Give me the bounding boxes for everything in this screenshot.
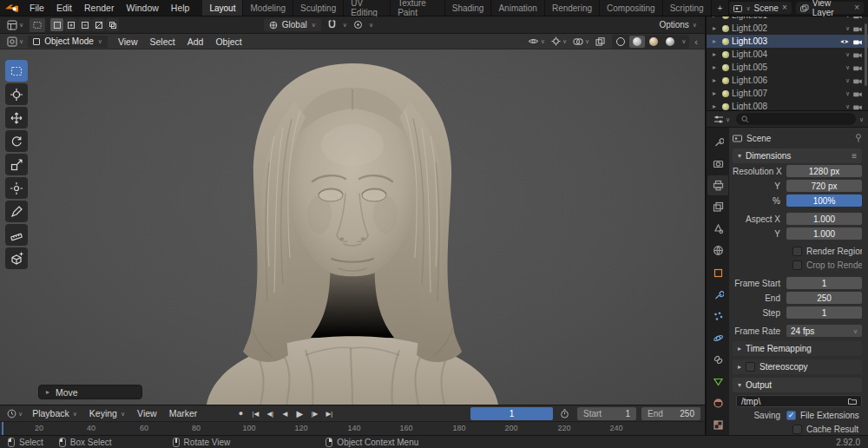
shading-wireframe-button[interactable] [613, 36, 628, 48]
tool-transform[interactable] [5, 177, 28, 199]
select-mode-subtract-button[interactable] [78, 18, 91, 31]
outliner-row[interactable]: ▸ Light.006 ∨ [707, 74, 868, 87]
expand-icon[interactable]: ▸ [713, 76, 720, 84]
hide-icon[interactable]: ∨ [845, 103, 850, 109]
viewport-canvas[interactable]: ▸ Move [0, 49, 705, 405]
hide-icon[interactable]: ∨ [845, 64, 850, 70]
frame-step-field[interactable]: 1 [786, 306, 862, 319]
shading-rendered-button[interactable] [662, 36, 678, 48]
show-gizmo-dropdown[interactable]: ∨ [549, 36, 569, 47]
timeline-editor-type-button[interactable]: ∨ [4, 407, 25, 420]
play-reverse-button[interactable]: ◀ [278, 407, 292, 420]
menu-window[interactable]: Window [120, 0, 164, 16]
shading-material-button[interactable] [646, 36, 661, 48]
presets-icon[interactable]: ≡ [852, 151, 857, 161]
options-dropdown[interactable]: Options ∨ [659, 20, 700, 30]
transform-orientation-dropdown[interactable]: Global ∨ [264, 18, 321, 31]
tool-select-box[interactable] [5, 60, 28, 82]
panel-output[interactable]: ▾ Output [733, 378, 862, 392]
expand-icon[interactable]: ▸ [713, 37, 720, 45]
render-visibility-icon[interactable] [852, 16, 863, 19]
resolution-y-field[interactable]: 720 px [786, 180, 862, 192]
expand-icon[interactable]: ▸ [713, 63, 720, 71]
tab-scripting[interactable]: Scripting [663, 0, 712, 16]
tab-sculpting[interactable]: Sculpting [293, 0, 344, 16]
remove-view-layer-icon[interactable]: × [854, 3, 859, 12]
resolution-percent-slider[interactable]: 100% [786, 194, 862, 207]
tool-scale[interactable] [5, 154, 28, 175]
snap-options-icon[interactable]: ∨ [343, 22, 347, 28]
menu-view[interactable]: View [113, 36, 143, 47]
tool-add-cube[interactable] [5, 247, 28, 269]
tab-object[interactable] [707, 262, 728, 282]
snap-toggle-button[interactable] [325, 18, 339, 31]
resolution-x-field[interactable]: 1280 px [786, 165, 862, 177]
add-workspace-button[interactable]: + [712, 0, 730, 16]
xray-toggle-button[interactable] [594, 36, 607, 47]
auto-keying-record-button[interactable]: ● [233, 407, 247, 420]
shading-solid-button[interactable] [629, 36, 645, 48]
expand-icon[interactable]: ▸ [713, 102, 720, 110]
panel-dimensions[interactable]: ▾ Dimensions ≡ [733, 148, 862, 163]
frame-end-field[interactable]: End 250 [641, 407, 700, 420]
menu-playback[interactable]: Playback ∨ [27, 408, 82, 418]
properties-search-input[interactable] [736, 113, 856, 125]
menu-add[interactable]: Add [182, 36, 209, 47]
active-tool-button[interactable] [30, 18, 45, 32]
playhead[interactable] [2, 422, 3, 435]
expand-icon[interactable]: ▸ [713, 50, 720, 58]
select-mode-invert-button[interactable] [92, 18, 105, 31]
frame-start-field[interactable]: 1 [786, 277, 862, 289]
tool-rotate[interactable] [5, 130, 28, 152]
folder-icon[interactable] [848, 398, 857, 405]
pin-icon[interactable] [855, 134, 862, 142]
outliner-row[interactable]: ▸ Light.007 ∨ [707, 87, 868, 100]
expand-icon[interactable]: ▸ [713, 89, 720, 97]
properties-editor-type-button[interactable]: ∨ [711, 113, 733, 126]
blender-logo-icon[interactable] [0, 0, 23, 16]
tab-world[interactable] [707, 240, 728, 260]
render-visibility-icon[interactable] [852, 103, 863, 110]
stereoscopy-checkbox[interactable] [746, 362, 755, 372]
select-mode-extend-button[interactable] [64, 18, 77, 31]
outliner-row[interactable]: ▸ Light.008 ∨ [707, 100, 868, 110]
menu-file[interactable]: File [23, 0, 50, 16]
menu-render[interactable]: Render [78, 0, 120, 16]
tab-scene[interactable] [707, 219, 728, 239]
tab-physics[interactable] [707, 328, 728, 348]
panel-stereoscopy[interactable]: ▸ Stereoscopy [733, 359, 862, 374]
hide-icon[interactable]: ∨ [845, 51, 850, 57]
object-visibility-dropdown[interactable]: ∨ [526, 36, 547, 46]
output-path-field[interactable]: /tmp\ [736, 395, 862, 407]
aspect-y-field[interactable]: 1.000 [786, 227, 862, 240]
render-visibility-icon[interactable] [852, 77, 863, 84]
tool-move[interactable] [5, 107, 28, 128]
tool-annotate[interactable] [5, 201, 28, 222]
sculpted-head-model[interactable] [0, 49, 705, 405]
previous-keyframe-button[interactable]: ◀| [263, 407, 277, 420]
panel-time-remapping[interactable]: ▸ Time Remapping [733, 341, 862, 356]
tab-shading[interactable]: Shading [445, 0, 492, 16]
tab-compositing[interactable]: Compositing [600, 0, 663, 16]
tab-uv-editing[interactable]: UV Editing [344, 0, 391, 16]
menu-help[interactable]: Help [165, 0, 196, 16]
view-layer-selector[interactable]: View Layer × [796, 2, 864, 14]
menu-select[interactable]: Select [145, 36, 181, 47]
frame-start-field[interactable]: Start 1 [577, 407, 636, 420]
tab-texture-paint[interactable]: Texture Paint [391, 0, 445, 16]
render-visibility-icon[interactable] [852, 38, 863, 45]
region-collapse-icon[interactable]: ‹ [692, 36, 700, 47]
tab-object-data[interactable] [707, 372, 728, 392]
tab-material[interactable] [707, 393, 728, 413]
tab-texture[interactable] [707, 415, 728, 435]
menu-keying[interactable]: Keying ∨ [84, 408, 130, 418]
hide-icon[interactable]: ∨ [845, 90, 850, 96]
shading-options-icon[interactable]: ∨ [679, 38, 688, 44]
menu-object[interactable]: Object [210, 36, 247, 47]
render-region-checkbox[interactable] [792, 247, 802, 256]
tool-measure[interactable] [5, 224, 28, 246]
outliner-scrollbar[interactable] [865, 23, 867, 86]
proportional-edit-button[interactable] [351, 18, 365, 31]
aspect-x-field[interactable]: 1.000 [786, 213, 862, 225]
tab-render[interactable] [707, 154, 728, 174]
